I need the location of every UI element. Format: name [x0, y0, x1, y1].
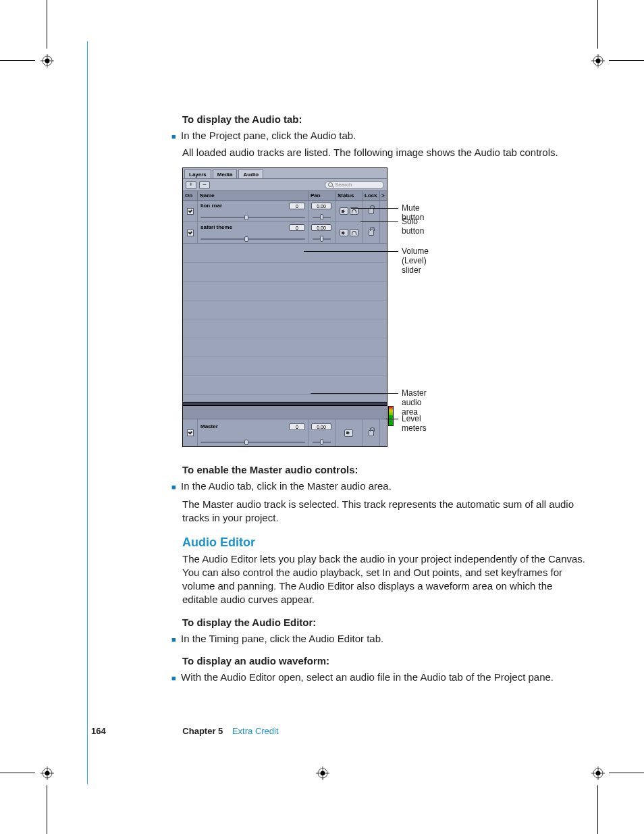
volume-slider[interactable]: [200, 442, 305, 443]
speaker-icon: [346, 431, 351, 435]
heading-enable-master: To enable the Master audio controls:: [182, 463, 590, 477]
page-number: 164: [91, 726, 106, 736]
on-checkbox[interactable]: [187, 429, 194, 436]
crop-line: [0, 60, 35, 61]
mute-button[interactable]: [340, 207, 348, 215]
col-pan: Pan: [308, 191, 336, 200]
callout-master-area: Master audio area: [402, 388, 427, 417]
bullet-icon: ■: [171, 129, 181, 143]
remove-button[interactable]: –: [199, 181, 210, 189]
level-field[interactable]: 0: [289, 203, 305, 209]
level-meters: [388, 406, 394, 426]
list-item: ■ In the Project pane, click the Audio t…: [182, 129, 590, 143]
col-expand[interactable]: >: [380, 191, 387, 200]
callout-lead: [360, 221, 398, 222]
headphones-icon: [352, 209, 356, 213]
bullet-text: In the Project pane, click the Audio tab…: [181, 129, 590, 143]
master-audio-area[interactable]: Master 0 0.00: [183, 402, 387, 446]
crop-target-icon: [41, 766, 54, 780]
search-icon: [328, 182, 333, 187]
heading-audio-editor: Audio Editor: [182, 536, 590, 550]
level-field[interactable]: 0: [289, 423, 305, 430]
crop-line: [609, 773, 644, 773]
crop-target-icon: [316, 766, 329, 780]
crop-line: [47, 0, 47, 49]
callout-meters: Level meters: [402, 414, 427, 433]
paragraph: The Master audio track is selected. This…: [182, 498, 590, 525]
track-row[interactable]: safari theme 0 0.00: [183, 222, 387, 244]
pan-slider[interactable]: [313, 238, 331, 240]
list-item: ■ In the Timing pane, click the Audio Ed…: [182, 632, 590, 646]
crop-target-icon: [591, 766, 605, 780]
col-on: On: [183, 191, 198, 200]
panel-tabs: Layers Media Audio: [183, 168, 387, 179]
track-row[interactable]: lion roar 0 0.00: [183, 201, 387, 222]
empty-row: [183, 376, 387, 395]
crop-line: [597, 0, 598, 49]
margin-rule: [87, 41, 88, 784]
volume-slider[interactable]: [200, 238, 305, 240]
empty-row: [183, 319, 387, 338]
panel-toolbar: + – Search: [183, 179, 387, 191]
chapter-label: Chapter 5: [182, 726, 223, 736]
lock-icon[interactable]: [369, 208, 374, 214]
bullet-text: In the Timing pane, click the Audio Edit…: [181, 632, 590, 646]
empty-row: [183, 338, 387, 357]
headphones-icon: [352, 231, 356, 235]
crop-line: [597, 785, 598, 834]
crop-line: [0, 773, 35, 773]
mute-button[interactable]: [344, 429, 353, 437]
crop-line: [47, 785, 47, 834]
tab-media[interactable]: Media: [213, 170, 238, 178]
search-input[interactable]: Search: [325, 181, 384, 189]
empty-row: [183, 301, 387, 319]
page-footer: 164 Chapter 5 Extra Credit: [91, 726, 591, 739]
lock-icon[interactable]: [369, 230, 374, 236]
callout-lead: [304, 251, 398, 252]
pan-field[interactable]: 0.00: [311, 203, 331, 209]
pan-slider[interactable]: [313, 442, 331, 443]
speaker-icon: [342, 231, 346, 235]
callout-lead: [351, 208, 398, 209]
pan-slider[interactable]: [313, 217, 331, 218]
on-checkbox[interactable]: [187, 230, 194, 236]
pan-field[interactable]: 0.00: [311, 224, 331, 231]
col-status: Status: [336, 191, 363, 200]
heading-display-waveform: To display an audio waveform:: [182, 654, 590, 668]
lock-icon[interactable]: [369, 430, 374, 436]
tab-audio[interactable]: Audio: [238, 170, 263, 178]
column-headers: On Name Pan Status Lock >: [183, 191, 387, 201]
list-item: ■ In the Audio tab, click in the Master …: [182, 479, 590, 494]
heading-display-audio-editor: To display the Audio Editor:: [182, 616, 590, 629]
mute-button[interactable]: [340, 229, 348, 236]
callout-lead: [311, 393, 398, 394]
page: To display the Audio tab: ■ In the Proje…: [0, 0, 644, 834]
empty-row: [183, 263, 387, 282]
callout-lead: [386, 419, 398, 419]
crop-line: [609, 60, 644, 61]
body-column: To display the Audio tab: ■ In the Proje…: [182, 113, 590, 685]
crop-target-icon: [41, 54, 54, 68]
bullet-text: With the Audio Editor open, select an au…: [181, 671, 590, 685]
heading-display-audio-tab: To display the Audio tab:: [182, 113, 590, 126]
empty-row: [183, 357, 387, 376]
on-checkbox[interactable]: [187, 208, 194, 215]
paragraph: The Audio Editor lets you play back the …: [182, 552, 590, 606]
audio-panel: Layers Media Audio + – Search On Name Pa…: [182, 167, 387, 447]
speaker-icon: [342, 209, 346, 213]
solo-button[interactable]: [350, 229, 358, 236]
audio-tab-screenshot: Layers Media Audio + – Search On Name Pa…: [182, 167, 396, 451]
bullet-text: In the Audio tab, click in the Master au…: [181, 479, 590, 494]
paragraph: All loaded audio tracks are listed. The …: [182, 146, 590, 159]
list-item: ■ With the Audio Editor open, select an …: [182, 671, 590, 685]
tab-layers[interactable]: Layers: [184, 170, 211, 178]
bullet-icon: ■: [171, 671, 181, 685]
callout-volume: Volume (Level) slider: [402, 246, 429, 275]
level-field[interactable]: 0: [289, 224, 305, 231]
add-button[interactable]: +: [186, 181, 196, 189]
volume-slider[interactable]: [200, 217, 305, 218]
bullet-icon: ■: [171, 632, 181, 646]
pan-field[interactable]: 0.00: [311, 423, 331, 430]
callout-solo: Solo button: [402, 217, 424, 236]
col-name: Name: [198, 191, 308, 200]
